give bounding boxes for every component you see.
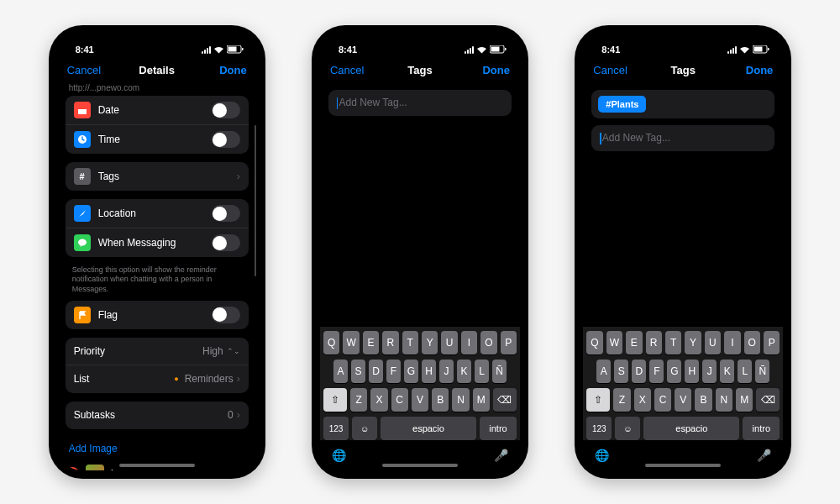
drag-handle-icon[interactable]: ≡ [241,467,248,470]
key-z[interactable]: Z [350,388,367,412]
key-m[interactable]: M [473,388,490,412]
globe-key[interactable]: 🌐 [332,449,346,462]
key-t[interactable]: T [402,331,418,354]
row-date[interactable]: Date [66,96,249,125]
key-q[interactable]: Q [323,331,339,354]
key-s[interactable]: S [351,360,365,383]
toggle-location[interactable] [212,205,240,222]
cancel-button[interactable]: Cancel [593,64,638,76]
cancel-button[interactable]: Cancel [330,64,375,76]
image-thumbnail[interactable] [86,465,104,470]
key-y[interactable]: Y [685,331,701,354]
keyboard[interactable]: QWERTYUIOP ASDFGHJKLÑ ⇧ ZXCVBNM ⌫ 123 ☺ … [583,327,783,470]
space-key[interactable]: espacio [643,417,739,440]
cancel-button[interactable]: Cancel [67,64,113,76]
globe-key[interactable]: 🌐 [595,449,609,462]
key-y[interactable]: Y [422,331,438,354]
toggle-flag[interactable] [212,307,240,323]
key-f[interactable]: F [386,360,401,383]
shift-key[interactable]: ⇧ [586,388,610,412]
key-l[interactable]: L [475,360,489,383]
row-subtasks[interactable]: Subtasks 0 › [66,402,249,429]
key-m[interactable]: M [736,388,753,412]
space-key[interactable]: espacio [381,417,476,440]
key-k[interactable]: K [457,360,471,383]
key-x[interactable]: X [634,388,651,412]
key-r[interactable]: R [646,331,662,354]
key-d[interactable]: D [632,360,646,383]
row-tags[interactable]: # Tags › [66,162,249,191]
key-o[interactable]: O [744,331,760,354]
row-location[interactable]: Location [66,199,249,228]
enter-key[interactable]: intro [743,417,780,440]
toggle-date[interactable] [212,102,240,118]
toggle-messaging[interactable] [212,234,240,251]
done-button[interactable]: Done [465,64,510,76]
key-h[interactable]: H [422,360,436,383]
key-t[interactable]: T [665,331,681,354]
details-content[interactable]: http://...pnewo.com Date Time [57,83,257,470]
key-v[interactable]: V [675,388,691,412]
selected-tags[interactable]: #Plants [591,90,774,118]
key-s[interactable]: S [614,360,628,383]
key-i[interactable]: I [461,331,477,354]
key-h[interactable]: H [685,360,699,383]
emoji-key[interactable]: ☺ [615,417,640,440]
home-indicator[interactable] [119,464,195,467]
key-z[interactable]: Z [613,388,630,412]
home-indicator[interactable] [382,464,458,467]
tag-input[interactable]: Add New Tag... [328,90,512,116]
row-list[interactable]: List ●Reminders › [66,365,249,393]
key-p[interactable]: P [764,331,780,354]
key-k[interactable]: K [720,360,734,383]
key-n[interactable]: N [716,388,732,412]
key-c[interactable]: C [654,388,671,412]
tag-chip[interactable]: #Plants [598,96,646,113]
key-f[interactable]: F [649,360,664,383]
url-row[interactable]: http://...pnewo.com [57,83,257,96]
tag-input[interactable]: Add New Tag... [591,125,774,151]
mic-key[interactable]: 🎤 [494,449,508,462]
key-i[interactable]: I [724,331,740,354]
key-u[interactable]: U [441,331,457,354]
backspace-key[interactable]: ⌫ [756,388,780,412]
key-j[interactable]: J [702,360,717,383]
backspace-key[interactable]: ⌫ [493,388,517,412]
key-b[interactable]: B [432,388,449,412]
enter-key[interactable]: intro [480,417,517,440]
key-x[interactable]: X [370,388,387,412]
key-p[interactable]: P [501,331,517,354]
key-g[interactable]: G [404,360,418,383]
key-v[interactable]: V [412,388,428,412]
key-q[interactable]: Q [586,331,602,354]
key-ñ[interactable]: Ñ [755,360,769,383]
row-time[interactable]: Time [66,125,249,154]
key-l[interactable]: L [738,360,752,383]
home-indicator[interactable] [645,464,721,467]
remove-image-button[interactable] [66,467,79,470]
done-button[interactable]: Done [202,64,247,76]
key-a[interactable]: A [596,360,611,383]
numbers-key[interactable]: 123 [323,417,349,440]
key-w[interactable]: W [343,331,359,354]
key-o[interactable]: O [480,331,496,354]
row-priority[interactable]: Priority High⌃⌄ [66,338,249,365]
key-ñ[interactable]: Ñ [492,360,507,383]
done-button[interactable]: Done [727,64,773,76]
key-w[interactable]: W [606,331,622,354]
key-r[interactable]: R [382,331,398,354]
emoji-key[interactable]: ☺ [352,417,377,440]
key-b[interactable]: B [695,388,711,412]
row-flag[interactable]: Flag [66,301,249,329]
key-u[interactable]: U [705,331,721,354]
key-e[interactable]: E [363,331,379,354]
key-c[interactable]: C [391,388,408,412]
key-j[interactable]: J [439,360,454,383]
row-messaging[interactable]: When Messaging [66,228,249,257]
mic-key[interactable]: 🎤 [757,449,771,462]
shift-key[interactable]: ⇧ [323,388,347,412]
numbers-key[interactable]: 123 [586,417,612,440]
toggle-time[interactable] [212,131,240,148]
key-n[interactable]: N [452,388,469,412]
key-g[interactable]: G [667,360,681,383]
